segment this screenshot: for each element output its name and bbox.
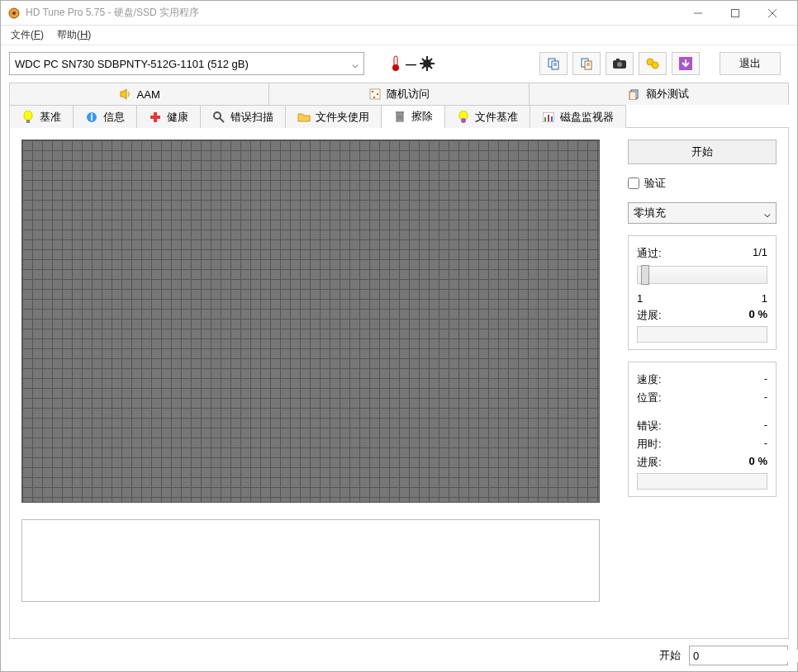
- window-title: HD Tune Pro 5.75 - 硬盘/SSD 实用程序: [26, 6, 679, 20]
- pass-min: 1: [637, 292, 643, 305]
- tab-info[interactable]: i信息: [74, 105, 137, 128]
- svg-line-44: [220, 118, 224, 122]
- svg-rect-3: [731, 9, 739, 17]
- tab-folder[interactable]: 文件夹使用: [286, 105, 382, 128]
- start-pos-label: 开始: [659, 648, 681, 663]
- menu-help[interactable]: 帮助(H): [50, 26, 97, 44]
- svg-rect-42: [150, 116, 160, 119]
- start-button[interactable]: 开始: [628, 140, 777, 164]
- pass-max: 1: [762, 292, 767, 305]
- overall-progress-bar: [637, 473, 767, 490]
- svg-point-34: [373, 97, 375, 98]
- gear-icon[interactable]: [420, 56, 435, 71]
- position-label: 位置:: [637, 390, 662, 405]
- drive-selector[interactable]: WDC PC SN730 SDBPNTY-512G-1101 (512 gB) …: [9, 52, 364, 75]
- svg-point-32: [372, 91, 373, 92]
- svg-point-33: [377, 93, 378, 95]
- extra-icon: [628, 88, 641, 101]
- svg-rect-36: [629, 92, 636, 100]
- chart-icon: [542, 111, 555, 124]
- options-button[interactable]: [639, 52, 667, 75]
- log-output: [21, 519, 600, 602]
- minimize-button[interactable]: [679, 1, 716, 25]
- tab-health[interactable]: 健康: [137, 105, 201, 128]
- side-panel: 开始 验证 零填充 ⌵ 通过:1/1 11 进展:0 % 速度:- 位置:- 错…: [628, 140, 777, 627]
- svg-rect-27: [616, 59, 620, 61]
- svg-line-14: [430, 66, 432, 69]
- elapsed-label: 用时:: [637, 437, 662, 452]
- menubar: 文件(F) 帮助(H): [1, 26, 797, 45]
- erase-panel: 开始 验证 零填充 ⌵ 通过:1/1 11 进展:0 % 速度:- 位置:- 错…: [9, 127, 789, 639]
- start-input[interactable]: [690, 650, 798, 662]
- pass-progress-bar: [637, 326, 767, 343]
- maximize-button[interactable]: [716, 1, 753, 25]
- progress2-label: 进展:: [637, 455, 662, 470]
- random-icon: [368, 88, 382, 101]
- copy-text-button[interactable]: [539, 52, 568, 75]
- svg-rect-53: [544, 117, 546, 121]
- tab-extra[interactable]: 额外测试: [530, 83, 789, 105]
- errors-value: -: [764, 419, 767, 433]
- fill-method-value: 零填充: [634, 206, 666, 220]
- errors-label: 错误:: [637, 419, 662, 433]
- bulb-icon: [21, 111, 35, 124]
- tabs-bottom: 基准 i信息 健康 错误扫描 文件夹使用 擦除 文件基准 磁盘监视器: [9, 104, 789, 127]
- tab-benchmark[interactable]: 基准: [9, 105, 74, 128]
- titlebar: HD Tune Pro 5.75 - 硬盘/SSD 实用程序: [1, 1, 797, 26]
- chevron-down-icon: ⌵: [352, 58, 359, 70]
- tab-erase[interactable]: 擦除: [382, 105, 445, 128]
- svg-point-37: [24, 111, 32, 121]
- svg-line-15: [430, 59, 432, 61]
- trash-icon: [393, 110, 406, 123]
- folder-icon: [297, 111, 311, 124]
- speed-label: 速度:: [637, 372, 662, 387]
- svg-text:i: i: [90, 111, 93, 123]
- bottom-bar: 开始 ▲▼: [0, 642, 798, 672]
- start-spinner[interactable]: ▲▼: [689, 646, 788, 665]
- stats-group: 速度:- 位置:- 错误:- 用时:- 进展:0 %: [628, 362, 777, 497]
- pass-group: 通过:1/1 11 进展:0 %: [628, 235, 777, 350]
- tabs-top: AAM 随机访问 额外测试: [9, 82, 789, 104]
- position-value: -: [764, 390, 767, 405]
- svg-line-16: [422, 66, 425, 69]
- svg-rect-55: [551, 116, 553, 121]
- app-icon: [7, 7, 21, 20]
- speaker-icon: [119, 88, 132, 101]
- screenshot-button[interactable]: [606, 52, 634, 75]
- verify-label: 验证: [644, 176, 666, 191]
- menu-file[interactable]: 文件(F): [4, 26, 50, 44]
- fill-method-selector[interactable]: 零填充 ⌵: [628, 202, 777, 224]
- svg-rect-46: [396, 111, 404, 113]
- temperature-display: —: [389, 55, 435, 72]
- speed-value: -: [764, 372, 767, 387]
- info-icon: i: [85, 111, 98, 124]
- search-icon: [212, 111, 226, 124]
- thermometer-icon: [389, 55, 402, 72]
- exit-button[interactable]: 退出: [720, 52, 781, 75]
- health-icon: [149, 111, 162, 124]
- svg-point-26: [617, 62, 622, 67]
- svg-rect-54: [548, 115, 549, 121]
- temp-dash: —: [406, 58, 416, 70]
- progress-value: 0 %: [749, 308, 767, 323]
- tab-aam[interactable]: AAM: [9, 83, 269, 105]
- progress-label: 进展:: [637, 308, 662, 323]
- svg-rect-31: [370, 89, 380, 99]
- filebench-icon: [457, 111, 470, 124]
- copy-info-button[interactable]: [572, 52, 601, 75]
- svg-point-7: [392, 64, 399, 71]
- svg-rect-38: [26, 120, 30, 123]
- pass-label: 通过:: [637, 246, 662, 261]
- svg-point-1: [12, 12, 16, 15]
- progress2-value: 0 %: [749, 455, 767, 470]
- pass-slider[interactable]: [637, 266, 767, 284]
- close-button[interactable]: [753, 1, 791, 25]
- tab-random[interactable]: 随机访问: [269, 83, 529, 105]
- drive-selected: WDC PC SN730 SDBPNTY-512G-1101 (512 gB): [15, 58, 249, 70]
- verify-checkbox-row[interactable]: 验证: [628, 176, 777, 191]
- tab-filebench[interactable]: 文件基准: [445, 105, 530, 128]
- tab-diskmon[interactable]: 磁盘监视器: [530, 105, 626, 128]
- save-button[interactable]: [672, 52, 700, 75]
- verify-checkbox[interactable]: [628, 177, 639, 189]
- tab-errorscan[interactable]: 错误扫描: [201, 105, 286, 128]
